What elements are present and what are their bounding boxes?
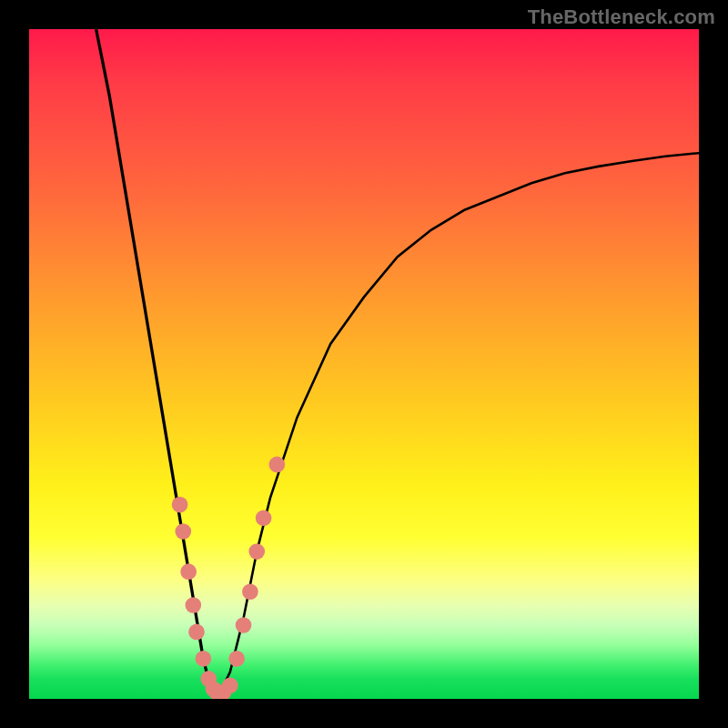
data-marker bbox=[188, 624, 205, 641]
plot-area bbox=[29, 29, 699, 699]
data-marker bbox=[172, 497, 188, 513]
data-marker bbox=[248, 543, 265, 560]
data-marker bbox=[236, 617, 252, 633]
data-marker bbox=[185, 597, 201, 613]
data-marker bbox=[222, 677, 238, 693]
marker-layer bbox=[29, 29, 699, 699]
data-marker bbox=[268, 457, 285, 473]
data-marker bbox=[175, 523, 191, 540]
data-marker bbox=[196, 651, 212, 667]
watermark-label: TheBottleneck.com bbox=[528, 5, 715, 29]
data-marker bbox=[256, 510, 272, 526]
data-marker bbox=[242, 583, 258, 600]
data-marker bbox=[180, 563, 197, 580]
chart-frame: TheBottleneck.com bbox=[0, 0, 728, 728]
data-marker bbox=[228, 651, 245, 667]
